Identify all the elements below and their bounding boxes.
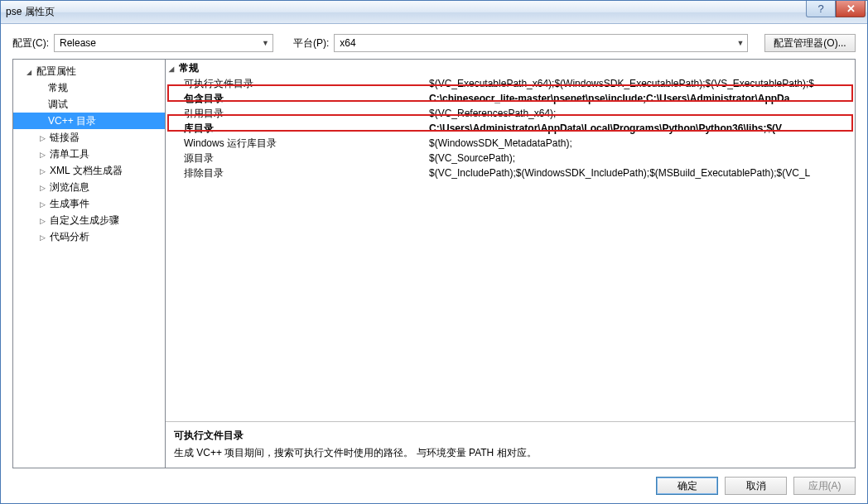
close-icon: ✕	[846, 2, 856, 15]
prop-value[interactable]: $(VC_IncludePath);$(WindowsSDK_IncludePa…	[429, 167, 855, 179]
chevron-down-icon: ▼	[262, 39, 269, 47]
tree-item-codeanalysis[interactable]: 代码分析	[13, 228, 165, 245]
description-panel: 可执行文件目录 生成 VC++ 项目期间，搜索可执行文件时使用的路径。 与环境变…	[166, 421, 855, 468]
tree-item-custombuild[interactable]: 自定义生成步骤	[13, 212, 165, 228]
group-collapse-icon[interactable]	[169, 64, 177, 73]
tree-expand-icon[interactable]	[40, 199, 48, 209]
tree-expand-icon[interactable]	[40, 150, 48, 159]
prop-label: 可执行文件目录	[166, 77, 429, 91]
prop-row-library[interactable]: 库目录 C:\Users\Administrator\AppData\Local…	[166, 121, 855, 136]
help-button[interactable]: ?	[806, 1, 836, 17]
close-button[interactable]: ✕	[836, 1, 866, 17]
prop-label: 包含目录	[166, 92, 429, 106]
prop-row-exclude[interactable]: 排除目录 $(VC_IncludePath);$(WindowsSDK_Incl…	[166, 166, 855, 180]
titlebar-buttons: ? ✕	[806, 1, 867, 23]
prop-row-winrt[interactable]: Windows 运行库目录 $(WindowsSDK_MetadataPath)…	[166, 136, 855, 151]
prop-value[interactable]: C:\chineseocr_lite-master\psenet\pse\inc…	[429, 93, 855, 104]
property-page-window: pse 属性页 ? ✕ 配置(C): Release ▼ 平台(P): x64 …	[0, 0, 868, 504]
platform-combo[interactable]: x64 ▼	[334, 34, 748, 52]
description-title: 可执行文件目录	[174, 429, 846, 443]
property-group[interactable]: 常规	[166, 60, 855, 76]
tree-expand-icon[interactable]	[40, 183, 48, 192]
platform-value: x64	[340, 37, 355, 49]
window-body: 配置(C): Release ▼ 平台(P): x64 ▼ 配置管理器(O)..…	[1, 24, 867, 503]
prop-label: 库目录	[166, 122, 429, 136]
tree-item-debug[interactable]: 调试	[13, 96, 165, 113]
config-manager-button[interactable]: 配置管理器(O)...	[764, 34, 856, 52]
chevron-down-icon: ▼	[736, 39, 744, 47]
tree-expand-icon[interactable]	[40, 166, 48, 175]
tree-item-manifest[interactable]: 清单工具	[13, 146, 165, 162]
tree-item-general[interactable]: 常规	[13, 79, 165, 96]
prop-row-source[interactable]: 源目录 $(VC_SourcePath);	[166, 151, 855, 166]
titlebar[interactable]: pse 属性页 ? ✕	[1, 1, 867, 24]
window-title: pse 属性页	[6, 5, 806, 19]
tree-expand-icon[interactable]	[27, 67, 35, 76]
tree-sidebar: 配置属性 常规 调试 VC++ 目录 链接器 清单工具 XML 文档生成器 浏览…	[12, 59, 166, 468]
prop-value[interactable]: C:\Users\Administrator\AppData\Local\Pro…	[429, 122, 855, 134]
help-icon: ?	[817, 2, 823, 15]
tree-root-label: 配置属性	[36, 65, 76, 79]
prop-row-include[interactable]: 包含目录 C:\chineseocr_lite-master\psenet\ps…	[166, 91, 855, 106]
prop-label: 排除目录	[166, 166, 429, 180]
tree-expand-icon[interactable]	[40, 216, 48, 225]
property-group-label: 常规	[179, 61, 199, 75]
platform-label: 平台(P):	[293, 36, 329, 50]
prop-value[interactable]: $(VC_ExecutablePath_x64);$(WindowsSDK_Ex…	[429, 78, 855, 89]
prop-label: 源目录	[166, 151, 429, 166]
tree-expand-icon[interactable]	[40, 133, 48, 142]
description-text: 生成 VC++ 项目期间，搜索可执行文件时使用的路径。 与环境变量 PATH 相…	[174, 446, 846, 460]
prop-label: Windows 运行库目录	[166, 137, 429, 151]
config-toolbar: 配置(C): Release ▼ 平台(P): x64 ▼ 配置管理器(O)..…	[12, 34, 856, 52]
prop-row-reference[interactable]: 引用目录 $(VC_ReferencesPath_x64);	[166, 106, 855, 121]
content-pane: 常规 可执行文件目录 $(VC_ExecutablePath_x64);$(Wi…	[166, 59, 856, 468]
tree-root[interactable]: 配置属性	[13, 63, 165, 79]
cancel-button[interactable]: 取消	[725, 477, 787, 495]
prop-label: 引用目录	[166, 107, 429, 121]
dialog-footer: 确定 取消 应用(A)	[12, 477, 856, 495]
prop-row-executable[interactable]: 可执行文件目录 $(VC_ExecutablePath_x64);$(Windo…	[166, 76, 855, 91]
prop-value[interactable]: $(VC_ReferencesPath_x64);	[429, 108, 855, 119]
apply-button[interactable]: 应用(A)	[793, 477, 856, 495]
tree-item-vcdirs[interactable]: VC++ 目录	[13, 113, 165, 129]
main-area: 配置属性 常规 调试 VC++ 目录 链接器 清单工具 XML 文档生成器 浏览…	[12, 59, 856, 468]
ok-button[interactable]: 确定	[656, 477, 718, 495]
tree-item-browseinfo[interactable]: 浏览信息	[13, 179, 165, 195]
tree-item-linker[interactable]: 链接器	[13, 129, 165, 146]
property-grid: 常规 可执行文件目录 $(VC_ExecutablePath_x64);$(Wi…	[166, 60, 855, 421]
tree-item-buildevents[interactable]: 生成事件	[13, 195, 165, 212]
config-combo[interactable]: Release ▼	[54, 34, 273, 52]
tree-expand-icon[interactable]	[40, 233, 48, 242]
config-label: 配置(C):	[12, 36, 49, 50]
config-value: Release	[60, 37, 96, 49]
tree-item-xmldoc[interactable]: XML 文档生成器	[13, 162, 165, 179]
config-tree: 配置属性 常规 调试 VC++ 目录 链接器 清单工具 XML 文档生成器 浏览…	[13, 60, 165, 248]
prop-value[interactable]: $(WindowsSDK_MetadataPath);	[429, 137, 855, 149]
prop-value[interactable]: $(VC_SourcePath);	[429, 152, 855, 164]
